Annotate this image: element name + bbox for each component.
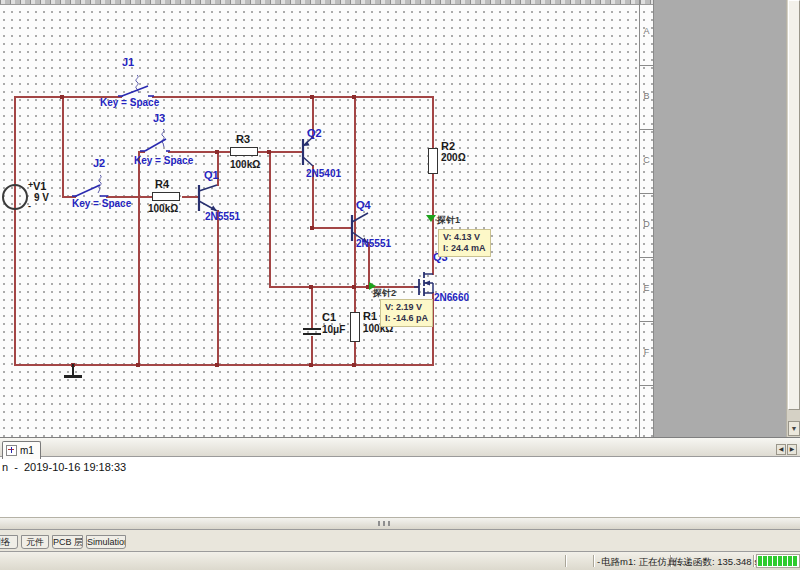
probe2-voltage: V: 2.19 V bbox=[385, 302, 428, 313]
wire-segment[interactable] bbox=[432, 96, 434, 148]
q2-part-number: 2N5401 bbox=[306, 169, 341, 180]
junction-dot bbox=[310, 226, 314, 230]
border-letter: A bbox=[640, 26, 653, 36]
wire-segment[interactable] bbox=[14, 96, 16, 366]
capacitor-c1-symbol[interactable] bbox=[303, 333, 321, 335]
splitter-grip-icon bbox=[383, 521, 385, 526]
r3-refdes: R3 bbox=[236, 134, 250, 146]
v1-minus: - bbox=[28, 202, 31, 211]
schematic-canvas[interactable]: + - V1 9 V J1 Key = Space J2 Key = Space bbox=[0, 0, 786, 437]
junction-dot bbox=[309, 363, 313, 367]
switch-j3-symbol[interactable] bbox=[140, 129, 176, 153]
scrollbar-thumb[interactable] bbox=[788, 0, 800, 410]
wire-segment[interactable] bbox=[314, 227, 353, 229]
wire-segment[interactable] bbox=[217, 210, 219, 366]
log-tab-strip bbox=[0, 438, 800, 457]
tab-m1[interactable]: m1 bbox=[2, 441, 41, 459]
wire-segment[interactable] bbox=[269, 151, 271, 288]
wire-segment[interactable] bbox=[138, 151, 140, 366]
voltage-source-symbol[interactable] bbox=[2, 184, 28, 210]
probe1-label: 探针1 bbox=[437, 216, 460, 225]
splitter-grip-icon bbox=[378, 521, 380, 526]
probe1-voltage: V: 4.13 V bbox=[443, 232, 486, 243]
r2-value: 200Ω bbox=[441, 153, 466, 164]
wire-segment[interactable] bbox=[311, 286, 313, 330]
tab-scroll-left-button[interactable]: ◀ bbox=[776, 444, 786, 455]
junction-dot bbox=[267, 150, 271, 154]
sheet-top-border bbox=[0, 0, 653, 5]
schematic-sheet-icon bbox=[6, 445, 17, 456]
v1-value: 9 V bbox=[34, 193, 49, 204]
q1-part-number: 2N5551 bbox=[205, 212, 240, 223]
scroll-down-button[interactable]: ▼ bbox=[788, 421, 800, 436]
junction-dot bbox=[310, 95, 314, 99]
probe2-readout: V: 2.19 V I: -14.6 pA bbox=[380, 299, 433, 327]
q2-refdes: Q2 bbox=[307, 128, 322, 140]
vertical-scrollbar[interactable]: ▼ bbox=[786, 0, 800, 437]
border-letter: C bbox=[640, 155, 653, 165]
wire-segment[interactable] bbox=[152, 96, 434, 98]
status-bar: - 电路m1: 正在仿真... 传递函数: 135.348 s bbox=[0, 551, 800, 570]
wire-segment[interactable] bbox=[14, 364, 434, 366]
probe1-current: I: 24.4 mA bbox=[443, 243, 486, 254]
outside-sheet-area bbox=[653, 0, 786, 437]
resistor-r2-symbol[interactable] bbox=[428, 148, 438, 174]
wire-segment[interactable] bbox=[270, 286, 419, 288]
wire-segment[interactable] bbox=[168, 151, 230, 153]
j2-key-label: Key = Space bbox=[72, 199, 131, 210]
progress-block bbox=[793, 556, 797, 566]
q4-part-number: 2N5551 bbox=[356, 239, 391, 250]
resistor-r3-symbol[interactable] bbox=[230, 147, 258, 156]
panel-splitter[interactable] bbox=[0, 517, 800, 530]
junction-dot bbox=[352, 363, 356, 367]
q1-refdes: Q1 bbox=[204, 170, 219, 182]
tab-scroll-right-button[interactable]: ▶ bbox=[787, 444, 797, 455]
mosfet-q3-symbol[interactable] bbox=[414, 266, 436, 298]
junction-dot bbox=[352, 95, 356, 99]
wire-segment[interactable] bbox=[258, 151, 304, 153]
j1-key-label: Key = Space bbox=[100, 98, 159, 109]
junction-dot bbox=[309, 285, 313, 289]
resistor-r1-symbol[interactable] bbox=[350, 312, 360, 342]
c1-refdes: C1 bbox=[322, 312, 336, 324]
switch-actuator-icon bbox=[98, 175, 101, 193]
switch-actuator-icon bbox=[162, 129, 164, 147]
tab-simulation[interactable]: Simulation bbox=[86, 535, 126, 549]
border-letter: D bbox=[640, 219, 653, 229]
progress-block bbox=[773, 556, 777, 566]
progress-block bbox=[783, 556, 787, 566]
capacitor-c1-symbol[interactable] bbox=[303, 328, 321, 330]
probe1-arrow-icon[interactable] bbox=[426, 215, 436, 222]
j2-refdes: J2 bbox=[93, 158, 105, 170]
wire-segment[interactable] bbox=[62, 96, 64, 198]
border-letter: B bbox=[640, 91, 653, 101]
tab-m1-label: m1 bbox=[20, 445, 34, 456]
simulation-log-area[interactable]: n - 2019-10-16 19:18:33 bbox=[0, 457, 800, 517]
progress-block bbox=[758, 556, 762, 566]
probe2-label: 探针2 bbox=[373, 289, 396, 298]
status-divider bbox=[565, 555, 566, 567]
transfer-function-text: 传递函数: 135.348 s bbox=[674, 556, 759, 569]
status-dash: - bbox=[597, 556, 600, 567]
q4-refdes: Q4 bbox=[356, 200, 371, 212]
sheet-border-column: A B C D E F bbox=[639, 0, 654, 437]
r1-refdes: R1 bbox=[363, 311, 377, 323]
tab-pcb-layers[interactable]: PCB 层 bbox=[52, 535, 83, 549]
junction-dot bbox=[352, 285, 356, 289]
j3-key-label: Key = Space bbox=[134, 156, 193, 167]
wire-segment[interactable] bbox=[311, 336, 313, 366]
junction-dot bbox=[136, 363, 140, 367]
panel-tab-row: 网络 元件 PCB 层 Simulation bbox=[0, 530, 800, 551]
status-divider bbox=[593, 555, 594, 567]
switch-j2-symbol[interactable] bbox=[70, 174, 114, 200]
progress-block bbox=[768, 556, 772, 566]
v1-refdes: V1 bbox=[33, 181, 46, 193]
tab-network[interactable]: 网络 bbox=[0, 535, 18, 549]
ground-symbol[interactable] bbox=[64, 375, 82, 378]
progress-block bbox=[763, 556, 767, 566]
r4-value: 100kΩ bbox=[148, 204, 178, 215]
resistor-r4-symbol[interactable] bbox=[152, 192, 180, 201]
tab-components[interactable]: 元件 bbox=[21, 535, 49, 549]
progress-block bbox=[788, 556, 792, 566]
c1-value: 10μF bbox=[322, 325, 345, 336]
